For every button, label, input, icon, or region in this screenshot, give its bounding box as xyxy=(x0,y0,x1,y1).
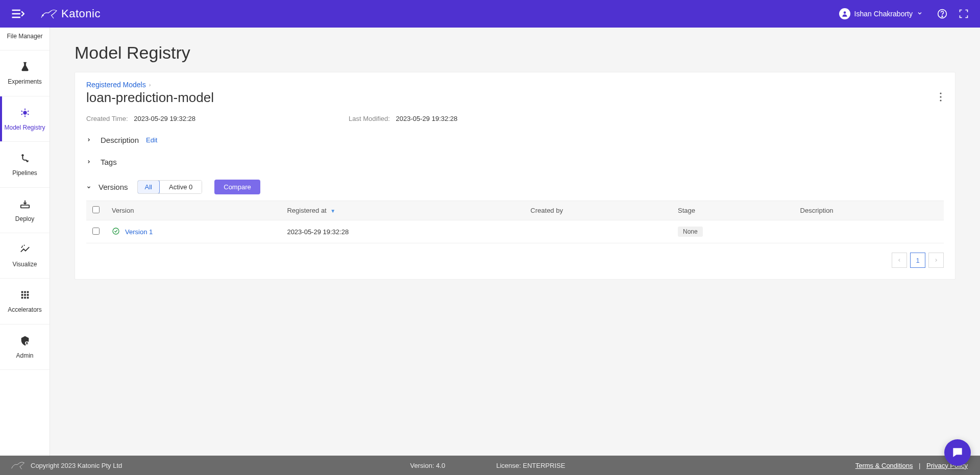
svg-rect-15 xyxy=(21,297,23,299)
cell-created-by xyxy=(524,220,672,243)
sidebar-item-pipelines[interactable]: Pipelines xyxy=(0,142,50,187)
col-stage[interactable]: Stage xyxy=(672,201,794,220)
col-description[interactable]: Description xyxy=(794,201,944,220)
sidebar-item-label: Model Registry xyxy=(4,124,45,131)
svg-rect-14 xyxy=(27,294,29,296)
edit-description-link[interactable]: Edit xyxy=(146,136,157,144)
breadcrumb-root-link[interactable]: Registered Models xyxy=(86,81,146,89)
chevron-right-icon xyxy=(86,158,93,166)
sidebar-item-model-registry[interactable]: Model Registry xyxy=(0,96,50,142)
chevron-down-icon xyxy=(917,10,923,18)
sidebar-item-label: Accelerators xyxy=(8,306,42,313)
page-title: Model Registry xyxy=(75,43,955,63)
chevron-right-icon xyxy=(86,136,93,144)
terms-link[interactable]: Terms & Conditions xyxy=(855,462,913,469)
created-time-value: 2023-05-29 19:32:28 xyxy=(134,115,195,122)
pagination-page-1[interactable]: 1 xyxy=(910,253,925,268)
tags-section[interactable]: Tags xyxy=(86,158,944,166)
svg-rect-11 xyxy=(27,291,29,293)
cell-description xyxy=(794,220,944,243)
col-version[interactable]: Version xyxy=(106,201,281,220)
select-all-checkbox[interactable] xyxy=(92,206,100,213)
tags-label: Tags xyxy=(101,158,117,166)
svg-point-19 xyxy=(26,342,28,343)
more-options-button[interactable] xyxy=(938,90,944,105)
footer-copyright: Copyright 2023 Katonic Pty Ltd xyxy=(31,462,122,469)
flask-icon xyxy=(19,61,31,73)
sidebar-item-admin[interactable]: Admin xyxy=(0,324,50,370)
menu-toggle-button[interactable] xyxy=(10,7,24,21)
svg-point-3 xyxy=(42,15,43,16)
sidebar-item-label: Experiments xyxy=(8,78,42,85)
compare-button[interactable]: Compare xyxy=(214,180,260,194)
stage-badge: None xyxy=(678,227,703,237)
pagination: 1 xyxy=(86,253,944,268)
svg-point-22 xyxy=(940,99,941,101)
footer-logo-icon xyxy=(10,460,26,470)
chevron-right-icon: › xyxy=(149,82,151,88)
svg-point-21 xyxy=(940,96,941,97)
footer-version: Version: 4.0 xyxy=(410,462,446,469)
breadcrumb: Registered Models › xyxy=(86,81,944,89)
svg-point-6 xyxy=(942,16,943,17)
sidebar-item-deploy[interactable]: Deploy xyxy=(0,188,50,233)
visualize-icon xyxy=(19,243,31,256)
row-checkbox[interactable] xyxy=(92,228,100,235)
sidebar-item-accelerators[interactable]: Accelerators xyxy=(0,279,50,324)
sort-desc-icon: ▼ xyxy=(330,208,335,214)
svg-rect-8 xyxy=(20,205,29,208)
pipelines-icon xyxy=(19,152,31,164)
svg-point-20 xyxy=(940,92,941,94)
fullscreen-button[interactable] xyxy=(958,8,970,20)
sidebar-item-label: Deploy xyxy=(15,215,34,222)
model-registry-icon xyxy=(19,107,31,119)
footer: Copyright 2023 Katonic Pty Ltd Version: … xyxy=(0,456,980,475)
sidebar-item-visualize[interactable]: Visualize xyxy=(0,233,50,279)
svg-rect-16 xyxy=(24,297,26,299)
svg-rect-10 xyxy=(24,291,26,293)
pagination-next-button[interactable] xyxy=(928,253,944,268)
versions-section: Versions All Active 0 Compare xyxy=(86,180,944,194)
sidebar-item-label: Admin xyxy=(16,352,33,359)
user-name: Ishan Chakraborty xyxy=(854,10,913,18)
col-created-by[interactable]: Created by xyxy=(524,201,672,220)
user-menu[interactable]: Ishan Chakraborty xyxy=(835,6,927,21)
footer-separator: | xyxy=(919,462,920,469)
col-registered-at[interactable]: Registered at ▼ xyxy=(281,201,524,220)
version-filter-group: All Active 0 xyxy=(137,180,203,194)
check-circle-icon xyxy=(112,227,120,237)
filter-all-tab[interactable]: All xyxy=(137,180,160,194)
model-panel: Registered Models › loan-prediction-mode… xyxy=(75,72,955,280)
versions-label: Versions xyxy=(99,183,128,191)
deploy-icon xyxy=(19,198,31,210)
main-content: Model Registry Registered Models › loan-… xyxy=(50,28,980,456)
sidebar: File Manager Experiments Model Registry … xyxy=(0,28,50,456)
sidebar-item-file-manager[interactable]: File Manager xyxy=(0,28,50,51)
meta-row: Created Time: 2023-05-29 19:32:28 Last M… xyxy=(86,115,944,122)
svg-rect-17 xyxy=(27,297,29,299)
topbar: Katonic Ishan Chakraborty xyxy=(0,0,980,28)
brand-name: Katonic xyxy=(61,7,101,20)
model-name: loan-prediction-model xyxy=(86,90,214,106)
svg-point-4 xyxy=(843,11,846,14)
last-modified-value: 2023-05-29 19:32:28 xyxy=(396,115,458,122)
brand-logo[interactable]: Katonic xyxy=(40,7,101,21)
chevron-down-icon[interactable] xyxy=(86,183,91,191)
svg-rect-9 xyxy=(21,291,23,293)
filter-active-tab[interactable]: Active 0 xyxy=(159,181,202,193)
user-avatar-icon xyxy=(839,8,850,19)
svg-rect-12 xyxy=(21,294,23,296)
grid-icon xyxy=(19,289,31,301)
versions-table: Version Registered at ▼ Created by Stage… xyxy=(86,201,944,243)
cell-registered-at: 2023-05-29 19:32:28 xyxy=(281,220,524,243)
created-time-label: Created Time: xyxy=(86,115,128,122)
last-modified-label: Last Modified: xyxy=(349,115,390,122)
pagination-prev-button[interactable] xyxy=(892,253,907,268)
sidebar-item-experiments[interactable]: Experiments xyxy=(0,51,50,96)
description-section[interactable]: Description Edit xyxy=(86,136,944,144)
help-button[interactable] xyxy=(936,8,948,20)
version-link[interactable]: Version 1 xyxy=(125,228,153,236)
sidebar-item-label: Pipelines xyxy=(12,169,37,177)
chat-button[interactable] xyxy=(944,439,971,466)
svg-point-7 xyxy=(23,111,27,114)
